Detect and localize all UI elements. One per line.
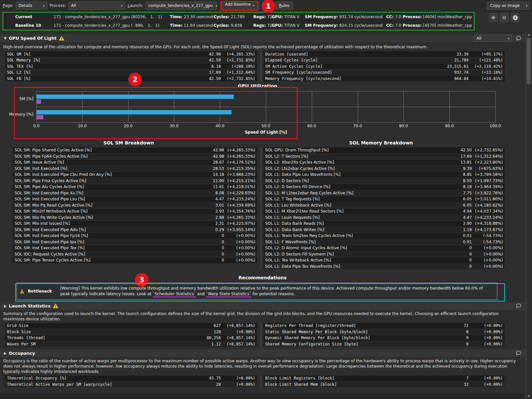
baseline-color-swatch (5, 23, 6, 28)
metric-delta: (+13.18%) (469, 70, 503, 75)
chevron-down-icon (508, 36, 509, 41)
metric-delta: (+4,265.33%) (224, 154, 255, 159)
metric-delta: (+4,354.76%) (224, 209, 255, 214)
circled-minus-icon (502, 15, 507, 20)
baseline-actions: i (489, 13, 519, 22)
metric-label: Registers Per Thread [register/thread] (265, 323, 356, 328)
zoom-in-button[interactable] (489, 13, 498, 22)
metric-value: 0.01 (353, 233, 472, 238)
metric-delta: (+0.00%) (221, 376, 255, 380)
scroll-down-button[interactable] (526, 393, 531, 399)
section-launch-statistics-header[interactable]: ▶ Launch Statistics (0, 302, 525, 310)
metric-row: Theoretical Occupancy [%] 43.75 (+0.00%) (5, 376, 257, 381)
metric-row: SM Active Cycles [cycle] 23,515.61 (+2,1… (263, 63, 505, 69)
metric-row: SOL SM: Inst Executed [%] 28.53 (+4,215.… (13, 166, 257, 171)
chart-category-label: Memory [%] (9, 112, 33, 117)
comment-icon[interactable] (516, 36, 522, 41)
baseline-color-swatch (5, 14, 6, 20)
metric-row: SOL SM: Mio Pq Write Cycles Active [%] 2… (13, 215, 257, 220)
comment-icon[interactable] (516, 303, 522, 308)
metric-row: SOL SM: Mio Inst Issued [%] 2.31 (+4,223… (13, 221, 257, 226)
metric-row: SOL SM: Inst Executed Pipe Fp16 [%] 0 (+… (13, 233, 257, 239)
metric-delta: (+0.00%) (472, 258, 503, 262)
metric-label: SOL L2: D Sectors Fill Device [%] (265, 184, 330, 189)
metric-label: SOL SM: Inst Executed Pipe Fp16 [%] (15, 233, 88, 238)
launch-description: Summary of the configuration used to lau… (3, 311, 520, 322)
chart-xtick-label: 100.0 (490, 124, 501, 128)
metric-delta: (+3,799.58%) (472, 172, 503, 177)
process-label: Process: (50, 3, 66, 8)
section-occupancy-header[interactable]: ▶ Occupancy (0, 349, 525, 357)
bottleneck-recommendation: Bottleneck [Warning] This kernel exhibit… (17, 283, 497, 300)
baseline-row[interactable]: Current 171 - compute_tendencies_x_277_g… (3, 13, 474, 21)
apply-rules-button[interactable]: Rules (275, 2, 293, 10)
recommendations-title: Recommendations (0, 275, 525, 280)
metric-value: 13.81 (334, 160, 472, 165)
page-dropdown-value: Details (19, 3, 32, 8)
metric-row: SOL L1: Data Bank Reads [%] 2.90 (+4,318… (263, 221, 505, 226)
metric-value: 17.69 (308, 154, 472, 159)
expand-arrow-icon[interactable]: ▶ (4, 351, 7, 355)
metric-value: 0 (331, 258, 472, 262)
collapse-arrow-icon[interactable]: ▼ (4, 36, 7, 40)
metric-row: Dynamic Shared Memory Per Block [byte/bl… (263, 335, 505, 341)
add-baseline-button[interactable]: Add Baseline (221, 2, 260, 10)
metric-row: SOL L1: Data Pipe Lsu Wavefronts [%] 8.8… (263, 172, 505, 178)
metric-label: SOL L1: M Xbar2l1tex Read Sectors [%] (265, 209, 344, 214)
metric-value: 4.47 (85, 197, 224, 201)
metric-delta: (+4,334.69%) (224, 203, 255, 208)
metric-value: 11.90 (86, 179, 224, 183)
chart-xtick-label: 50.0 (262, 124, 270, 128)
baseline-row[interactable]: Baseline 10 171 - compute_tendencies_x_2… (3, 21, 474, 30)
metric-value: 28.53 (67, 166, 225, 171)
scroll-up-button[interactable] (526, 32, 531, 37)
metric-row: SOL L2: D Atomic Input Cycles Active [%]… (263, 245, 505, 251)
metric-row: SOL TEX [%] 8.18 (+288.10%) (5, 63, 257, 69)
metric-value: 0 (368, 330, 469, 334)
sol-description: High-level overview of the utilization f… (3, 44, 520, 50)
baseline-info-button[interactable]: i (511, 13, 519, 22)
metric-delta: (+4,229.83%) (224, 191, 255, 195)
warp-state-statistics-link[interactable]: `Warp State Statistics` (206, 292, 251, 298)
metric-row: SOL SM: Issue Active [%] 28.67 (+4,176.5… (13, 160, 257, 165)
metric-row: Threads [thread] 80,256 (+8,857.14%) (5, 335, 257, 341)
warning-icon (20, 289, 24, 294)
time-label: Time: (170, 15, 183, 19)
cc-value: 7.0 (395, 23, 401, 28)
expand-arrow-icon[interactable]: ▶ (4, 304, 7, 308)
metric-delta: (+0.00%) (472, 246, 503, 250)
metric-delta: (+0.00%) (221, 382, 255, 387)
metric-row: Theoretical Active Warps per SM [warp/cy… (5, 381, 257, 387)
chart-bar-current (36, 95, 234, 99)
metric-delta: (+8,857.14%) (221, 342, 255, 346)
metric-value: 4.47 (320, 215, 472, 220)
scrollbar-thumb[interactable] (527, 38, 531, 84)
page-label: Page: (3, 3, 14, 8)
metric-row: Duration [usecond] 23.30 (+95.17%) (263, 51, 505, 57)
metric-row: SOL FB [%] 42.50 (+2,732.85%) (5, 76, 257, 81)
section-title: Occupancy (9, 351, 35, 356)
section-gpu-speed-of-light-header[interactable]: ▼ GPU Speed Of Light All (0, 34, 525, 42)
chart-xticks: 0.010.020.030.040.050.060.070.080.090.01… (36, 124, 495, 129)
process-dropdown[interactable]: All (68, 2, 125, 10)
metric-value: 627 (28, 323, 221, 328)
metric-value: 1.19 (324, 227, 472, 232)
copy-as-image-menu-button[interactable] (524, 2, 529, 10)
vertical-scrollbar[interactable] (526, 32, 531, 399)
copy-as-image-button[interactable]: Copy as Image (487, 2, 523, 10)
metric-delta: (+4,185.62%) (472, 203, 503, 208)
metric-delta: (+0.00%) (472, 252, 503, 257)
comment-icon[interactable] (516, 350, 522, 356)
metric-delta: (+4,215.35%) (224, 166, 255, 171)
page-dropdown[interactable]: Details (16, 2, 47, 10)
sol-filter-dropdown[interactable]: All (474, 35, 512, 42)
launch-dropdown[interactable]: compute_tendencies_x_277_gpu (145, 2, 217, 10)
occupancy-table-right: Block Limit Registers [block] 7 (+0.00%)… (261, 376, 505, 388)
zoom-out-button[interactable] (500, 13, 509, 22)
sm-frequency-value: 932.74 cycle/usecond (339, 15, 383, 19)
chart-plot: SM [%]Memory [%] (36, 91, 495, 122)
metric-value: 42.50 (40, 58, 221, 62)
scheduler-statistics-link[interactable]: `Scheduler Statistics` (153, 292, 196, 298)
sol-table-left: SOL SM [%] 42.98 (+4,265.33%) SOL Memory… (5, 51, 257, 82)
chevron-down-icon[interactable] (251, 2, 256, 9)
